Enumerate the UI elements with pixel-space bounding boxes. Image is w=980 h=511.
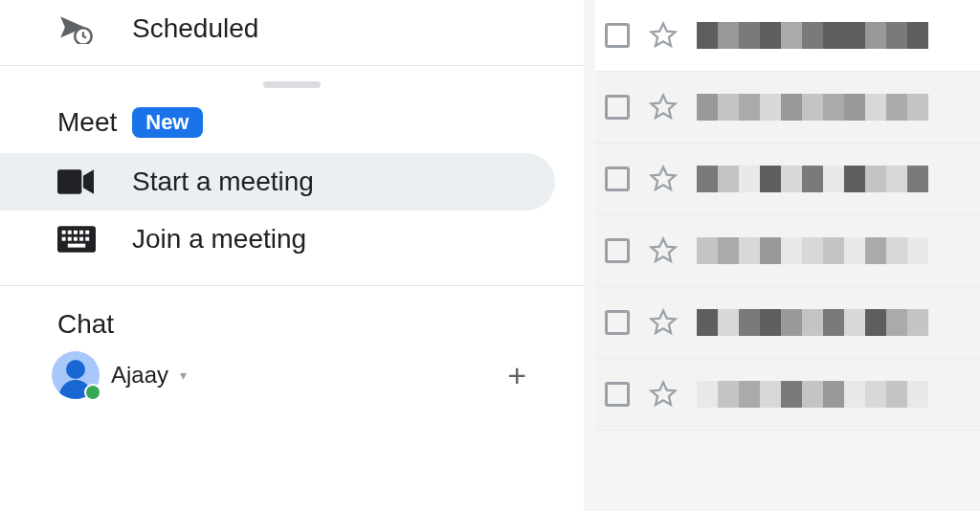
- chat-section-header: Chat: [0, 286, 584, 340]
- email-row[interactable]: [595, 359, 980, 431]
- sidebar: Scheduled Meet New Start a meeting: [0, 0, 584, 511]
- star-icon[interactable]: [649, 380, 678, 409]
- chevron-down-icon: ▾: [180, 367, 187, 383]
- chat-user-name: Ajaay: [111, 362, 168, 389]
- svg-rect-11: [79, 237, 83, 241]
- email-row[interactable]: [595, 144, 980, 215]
- keyboard-icon: [57, 226, 96, 253]
- join-meeting-button[interactable]: Join a meeting: [0, 211, 584, 268]
- start-meeting-button[interactable]: Start a meeting: [0, 153, 555, 211]
- section-divider: [0, 65, 584, 66]
- star-icon[interactable]: [649, 308, 678, 337]
- svg-rect-10: [74, 237, 78, 241]
- new-badge: New: [132, 107, 202, 138]
- checkbox[interactable]: [605, 167, 630, 191]
- sidebar-item-scheduled[interactable]: Scheduled: [0, 0, 584, 57]
- svg-rect-5: [74, 231, 78, 234]
- redacted-content: [697, 309, 928, 336]
- redacted-content: [697, 94, 928, 121]
- join-meeting-label: Join a meeting: [132, 224, 306, 255]
- drag-handle[interactable]: [263, 81, 321, 88]
- email-row[interactable]: [595, 287, 980, 359]
- svg-rect-13: [68, 244, 85, 248]
- star-icon[interactable]: [649, 236, 678, 265]
- meet-section-header: Meet New: [0, 92, 584, 153]
- add-chat-button[interactable]: +: [507, 357, 526, 394]
- svg-rect-4: [68, 231, 72, 234]
- start-meeting-label: Start a meeting: [132, 167, 314, 197]
- meet-title: Meet: [57, 107, 117, 138]
- redacted-content: [697, 22, 928, 49]
- star-icon[interactable]: [649, 165, 678, 193]
- scheduled-icon: [57, 13, 96, 44]
- checkbox[interactable]: [605, 23, 630, 48]
- star-icon[interactable]: [649, 21, 678, 50]
- svg-rect-9: [68, 237, 72, 241]
- video-icon: [57, 169, 96, 194]
- email-row[interactable]: [595, 0, 980, 72]
- checkbox[interactable]: [605, 382, 630, 407]
- chat-user[interactable]: Ajaay ▾: [52, 351, 187, 399]
- checkbox[interactable]: [605, 238, 630, 263]
- redacted-content: [697, 381, 928, 408]
- email-row[interactable]: [595, 215, 980, 287]
- svg-rect-1: [57, 169, 81, 193]
- checkbox[interactable]: [605, 95, 630, 120]
- svg-rect-12: [85, 237, 89, 241]
- chat-title: Chat: [57, 309, 114, 339]
- chat-user-row: Ajaay ▾ +: [0, 340, 584, 399]
- email-list: [584, 0, 980, 511]
- email-row[interactable]: [595, 72, 980, 144]
- scheduled-label: Scheduled: [132, 13, 258, 44]
- redacted-content: [697, 237, 928, 264]
- svg-rect-6: [79, 231, 83, 234]
- status-online-icon: [84, 384, 101, 401]
- checkbox[interactable]: [605, 310, 630, 335]
- redacted-content: [697, 166, 928, 192]
- star-icon[interactable]: [649, 93, 678, 122]
- svg-rect-3: [62, 231, 66, 234]
- svg-rect-7: [85, 231, 89, 234]
- svg-rect-8: [62, 237, 66, 241]
- avatar: [52, 351, 100, 399]
